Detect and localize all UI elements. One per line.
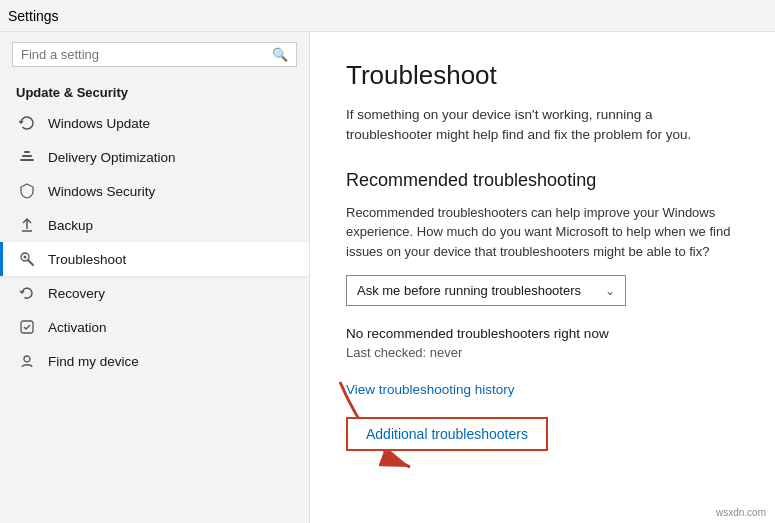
search-input[interactable] xyxy=(21,47,272,62)
settings-window: Settings 🔍 Update & Security Windows Upd… xyxy=(0,0,775,523)
sidebar-item-label-find-my-device: Find my device xyxy=(48,354,139,369)
activation-icon xyxy=(16,319,38,335)
sidebar-item-label-delivery-optimization: Delivery Optimization xyxy=(48,150,176,165)
svg-rect-2 xyxy=(24,151,30,153)
search-box[interactable]: 🔍 xyxy=(12,42,297,67)
svg-rect-1 xyxy=(22,155,32,157)
troubleshooter-dropdown[interactable]: Ask me before running troubleshooters ⌄ xyxy=(346,275,626,306)
svg-line-7 xyxy=(28,260,33,265)
sidebar-item-label-troubleshoot: Troubleshoot xyxy=(48,252,126,267)
svg-rect-8 xyxy=(21,321,33,333)
rec-troubleshooting-heading: Recommended troubleshooting xyxy=(346,170,739,191)
page-title: Troubleshoot xyxy=(346,60,739,91)
title-bar-title: Settings xyxy=(8,8,59,24)
page-desc: If something on your device isn't workin… xyxy=(346,105,739,146)
find-my-device-icon xyxy=(16,353,38,369)
windows-security-icon xyxy=(16,183,38,199)
sidebar-item-label-windows-security: Windows Security xyxy=(48,184,155,199)
sidebar-item-backup[interactable]: Backup xyxy=(0,208,309,242)
last-checked-text: Last checked: never xyxy=(346,345,739,360)
svg-rect-0 xyxy=(20,159,34,161)
sidebar-item-label-windows-update: Windows Update xyxy=(48,116,150,131)
main-content: Troubleshoot If something on your device… xyxy=(310,32,775,523)
additional-troubleshooters-button[interactable]: Additional troubleshooters xyxy=(346,417,548,451)
delivery-optimization-icon xyxy=(16,149,38,165)
content-area: 🔍 Update & Security Windows UpdateDelive… xyxy=(0,32,775,523)
search-icon: 🔍 xyxy=(272,47,288,62)
sidebar-item-troubleshoot[interactable]: Troubleshoot xyxy=(0,242,309,276)
sidebar-item-label-activation: Activation xyxy=(48,320,107,335)
windows-update-icon xyxy=(16,115,38,131)
sidebar-item-activation[interactable]: Activation xyxy=(0,310,309,344)
sidebar-item-delivery-optimization[interactable]: Delivery Optimization xyxy=(0,140,309,174)
svg-point-6 xyxy=(24,256,27,259)
sidebar-item-label-recovery: Recovery xyxy=(48,286,105,301)
sidebar-item-find-my-device[interactable]: Find my device xyxy=(0,344,309,378)
recovery-icon xyxy=(16,285,38,301)
sidebar-item-windows-security[interactable]: Windows Security xyxy=(0,174,309,208)
title-bar: Settings xyxy=(0,0,775,32)
troubleshoot-icon xyxy=(16,251,38,267)
nav-items: Windows UpdateDelivery OptimizationWindo… xyxy=(0,106,309,378)
backup-icon xyxy=(16,217,38,233)
sidebar-item-label-backup: Backup xyxy=(48,218,93,233)
chevron-down-icon: ⌄ xyxy=(605,284,615,298)
rec-desc: Recommended troubleshooters can help imp… xyxy=(346,203,739,262)
sidebar: 🔍 Update & Security Windows UpdateDelive… xyxy=(0,32,310,523)
sidebar-item-recovery[interactable]: Recovery xyxy=(0,276,309,310)
svg-point-9 xyxy=(24,356,30,362)
view-history-link[interactable]: View troubleshooting history xyxy=(346,382,739,397)
sidebar-item-windows-update[interactable]: Windows Update xyxy=(0,106,309,140)
dropdown-value: Ask me before running troubleshooters xyxy=(357,283,581,298)
no-troubleshooters-text: No recommended troubleshooters right now xyxy=(346,326,739,341)
watermark: wsxdn.com xyxy=(713,506,769,519)
sidebar-section-title: Update & Security xyxy=(0,77,309,106)
